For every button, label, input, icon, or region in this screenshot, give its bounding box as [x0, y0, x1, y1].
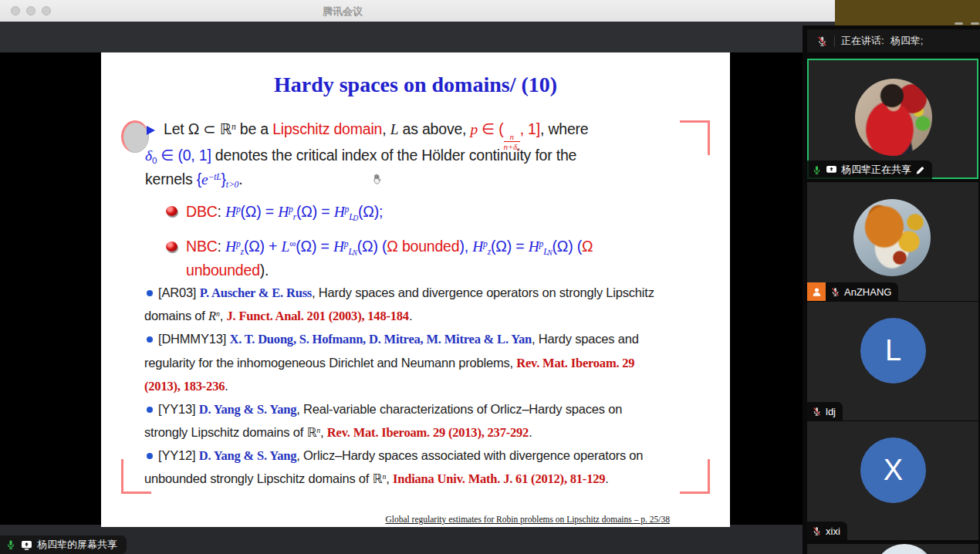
- participant-name-tag: ldj: [807, 402, 843, 421]
- screenshare-icon: [826, 165, 837, 174]
- screenshare-icon: [21, 540, 32, 550]
- window-title: 腾讯会议: [0, 5, 685, 19]
- backdrop-highlight: [955, 22, 963, 25]
- video-tile-partial[interactable]: [807, 544, 978, 554]
- bullet-dot-icon: [147, 336, 153, 343]
- avatar-letter: L: [885, 334, 901, 367]
- speaking-name: 杨四辈;: [890, 34, 924, 48]
- bullet-ball-icon: [166, 242, 177, 252]
- bullet-dot-icon: [147, 453, 153, 459]
- video-tile[interactable]: L ldj: [807, 302, 978, 421]
- slide-footer: Global regularity estimates for Robin pr…: [385, 515, 670, 524]
- reference-line: [AR03] P. Auscher & E. Russ, Hardy space…: [158, 286, 654, 300]
- reference-line: [YY12] D. Yang & S. Yang, Orlicz–Hardy s…: [158, 449, 643, 463]
- avatar-initial: X: [860, 437, 926, 503]
- reference-line: strongly Lipschitz domains of ℝn, Rev. M…: [144, 426, 532, 440]
- participant-name: AnZHANG: [844, 286, 891, 298]
- participant-name: xixi: [826, 525, 840, 537]
- screen-share-pill[interactable]: 杨四辈的屏幕共享: [0, 535, 127, 554]
- mic-muted-icon: [830, 287, 840, 297]
- bullet-ball-icon: [166, 206, 177, 216]
- window-titlebar: 腾讯会议: [0, 0, 835, 22]
- hand-cursor-icon: [371, 173, 383, 186]
- divider: [834, 35, 835, 47]
- reference-line: regularity for the inhomogeneous Dirichl…: [144, 356, 634, 370]
- avatar-letter: X: [884, 454, 903, 487]
- slide-text-line: kernels {e−tL}t>0.: [145, 172, 242, 189]
- video-tile[interactable]: AnZHANG: [807, 182, 978, 301]
- mic-on-icon: [5, 539, 16, 550]
- reference-line: [YY13] D. Yang & S. Yang, Real-variable …: [158, 403, 622, 417]
- slide-text-line: NBC: Hpz(Ω) + L∞(Ω) = HpLN(Ω) (Ω bounded…: [186, 239, 593, 257]
- screen-share-area: Hardy spaces on domains/ (10) Let Ω ⊂ ℝn…: [0, 52, 803, 525]
- name-tag: AnZHANG: [826, 282, 898, 301]
- slide-text-line: δ0 ∈ (0, 1] denotes the critical index o…: [145, 148, 576, 164]
- bullet-dot-icon: [147, 290, 153, 296]
- slide-text-line: DBC: Hp(Ω) = Hpr(Ω) = HpLD(Ω);: [186, 204, 383, 222]
- mic-muted-icon: [812, 407, 822, 417]
- avatar-photo: [855, 79, 932, 156]
- mic-muted-icon: [812, 526, 822, 536]
- slide-text-line: unbounded).: [186, 263, 269, 279]
- crop-mark-top-right: [680, 120, 710, 155]
- crop-mark-bottom-right: [680, 459, 710, 494]
- presentation-slide: Hardy spaces on domains/ (10) Let Ω ⊂ ℝn…: [101, 52, 730, 527]
- backdrop-highlight: [971, 22, 979, 25]
- host-badge: [807, 282, 826, 301]
- slide-title: Hardy spaces on domains/ (10): [101, 73, 730, 97]
- participant-name-tag: AnZHANG: [807, 282, 898, 301]
- reference-line: (2013), 183-236.: [144, 380, 228, 394]
- speaking-indicator-bar: 正在讲话: 杨四辈;: [807, 29, 980, 52]
- reference-line: [DHMMY13] X. T. Duong, S. Hofmann, D. Mi…: [158, 333, 639, 346]
- avatar-photo: [874, 544, 935, 554]
- video-tile[interactable]: X xixi: [807, 421, 978, 540]
- participant-name-tag: xixi: [807, 522, 847, 540]
- participant-name: ldj: [826, 406, 836, 417]
- participant-name: 杨四辈正在共享: [841, 163, 911, 177]
- screen-share-pill-label: 杨四辈的屏幕共享: [37, 538, 117, 552]
- participant-name-tag: 杨四辈正在共享: [807, 160, 932, 179]
- avatar-photo: [853, 199, 931, 276]
- avatar-initial: L: [860, 318, 926, 383]
- pencil-edit-icon[interactable]: [915, 165, 925, 175]
- meeting-top-bar: [0, 22, 835, 52]
- mic-muted-icon: [816, 35, 828, 47]
- bullet-dot-icon: [147, 407, 153, 413]
- reference-line: unbounded strongly Lipschitz domains of …: [144, 472, 609, 486]
- speaking-label: 正在讲话:: [841, 34, 884, 48]
- reference-line: domains of Rn, J. Funct. Anal. 201 (2003…: [144, 309, 412, 323]
- participants-panel: 正在讲话: 杨四辈; 杨四辈正在共享: [803, 25, 980, 554]
- meeting-app: 腾讯会议 Hardy spaces on domains/ (10) Let Ω…: [0, 0, 980, 554]
- person-icon: [811, 286, 823, 298]
- triangle-bullet-icon: [147, 126, 155, 135]
- video-tile-sharer[interactable]: 杨四辈正在共享: [807, 59, 978, 179]
- mic-on-icon: [812, 165, 822, 175]
